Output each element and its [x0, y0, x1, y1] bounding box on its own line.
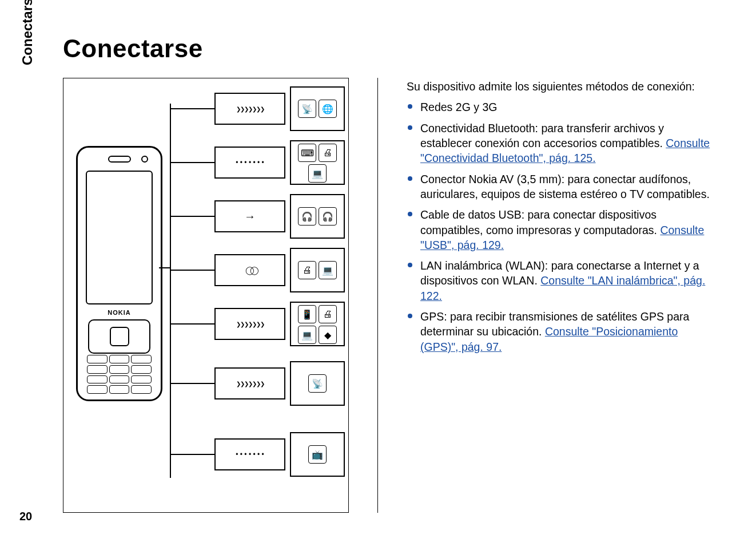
phone-icon: 📱 [298, 305, 316, 323]
list-item: Cable de datos USB: para conectar dispos… [407, 207, 716, 252]
signal-dots-icon [214, 438, 285, 470]
list-item: Conectividad Bluetooth: para transferir … [407, 121, 716, 166]
signal-cable-icon [214, 254, 285, 286]
list-item: Conector Nokia AV (3,5 mm): para conecta… [407, 172, 716, 202]
text-column: Su dispositivo admite los siguientes mét… [407, 78, 716, 513]
phone-camera-icon [141, 156, 148, 163]
laptop-icon: 💻 [298, 326, 316, 344]
phone-earpiece-icon [108, 156, 131, 163]
modem-icon: ◆ [319, 326, 337, 344]
satellite-dish-icon: 📡 [308, 374, 327, 393]
printer-icon: 🖨 [298, 261, 316, 279]
list-item: GPS: para recibir transmisiones de satél… [407, 309, 716, 354]
headphones-icon: 🎧 [319, 207, 337, 225]
diagram-row: 🎧 🎧 [170, 192, 345, 241]
phone-keypad-icon [87, 355, 152, 394]
diagram-row: 📡 [170, 359, 345, 408]
list-item-text: Redes 2G y 3G [420, 101, 497, 113]
diagram-connector [159, 267, 170, 268]
signal-arrow-icon [214, 200, 285, 232]
column-divider [377, 78, 378, 513]
diagram-row: 🖨 💻 [170, 246, 345, 295]
diagram-row: 📺 [170, 430, 345, 479]
side-running-head: Conectarse [19, 0, 35, 65]
keyboard-icon: ⌨ [298, 144, 316, 162]
phone-brand: NOKIA [78, 309, 161, 316]
intro-paragraph: Su dispositivo admite los siguientes mét… [407, 79, 716, 94]
phone-illustration: NOKIA [76, 146, 162, 401]
earbuds-icon: 🎧 [298, 207, 316, 225]
page-title: Conectarse [63, 34, 716, 63]
laptop-icon: 💻 [319, 261, 337, 279]
printer-icon: 🖨 [319, 305, 337, 323]
globe-icon: 🌐 [319, 100, 337, 118]
diagram-row: 📱 🖨 💻 ◆ [170, 299, 345, 349]
diagram-row: ⌨ 🖨 💻 [170, 138, 345, 187]
connectivity-diagram: NOKIA 📡 🌐 [63, 78, 349, 513]
signal-waves-icon [214, 367, 285, 399]
connection-methods-list: Redes 2G y 3G Conectividad Bluetooth: pa… [407, 100, 716, 354]
signal-waves-icon [214, 93, 285, 125]
page-number: 20 [19, 510, 32, 523]
antenna-icon: 📡 [298, 100, 316, 118]
list-item-text: Conectividad Bluetooth: para transferir … [420, 122, 666, 149]
list-item: Redes 2G y 3G [407, 100, 716, 114]
signal-dots-icon [214, 147, 285, 179]
content-columns: NOKIA 📡 🌐 [63, 78, 716, 513]
diagram-row: 📡 🌐 [170, 84, 345, 133]
list-item-text: Cable de datos USB: para conectar dispos… [420, 208, 660, 236]
document-page: Conectarse 20 Conectarse NOKIA [0, 0, 756, 546]
printer-icon: 🖨 [319, 144, 337, 162]
phone-navpad-icon [88, 319, 150, 354]
laptop-icon: 💻 [308, 164, 327, 183]
signal-waves-icon [214, 308, 285, 340]
tv-cable-icon: 📺 [308, 445, 327, 464]
list-item: LAN inalámbrica (WLAN): para conectarse … [407, 258, 716, 303]
list-item-text: Conector Nokia AV (3,5 mm): para conecta… [420, 173, 710, 200]
phone-screen-icon [86, 171, 153, 304]
